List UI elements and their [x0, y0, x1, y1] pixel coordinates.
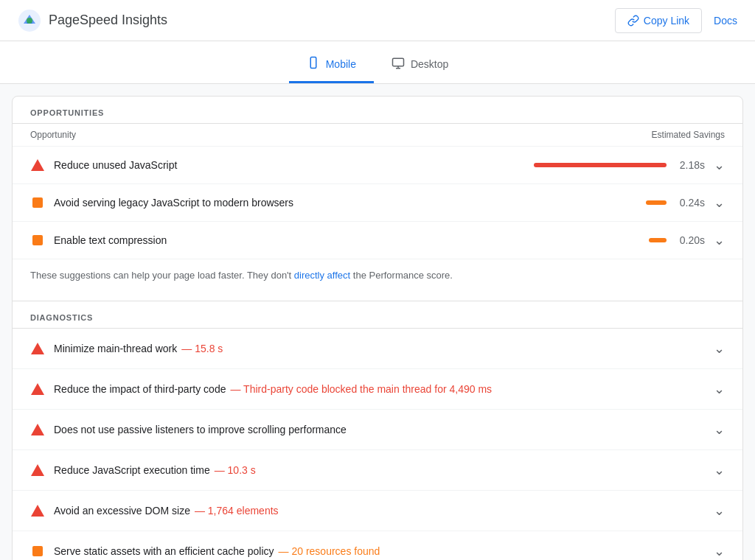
diag-label-2: Reduce the impact of third-party code — … [54, 383, 705, 395]
triangle-icon-d1 [30, 341, 45, 356]
opp-label-2: Avoid serving legacy JavaScript to moder… [54, 197, 475, 209]
header-actions: Copy Link Docs [615, 8, 737, 33]
chevron-icon-d2[interactable]: ⌄ [714, 381, 725, 397]
diag-label-5: Avoid an excessive DOM size — 1,764 elem… [54, 505, 705, 517]
triangle-icon-d3 [30, 422, 45, 437]
link-icon [627, 15, 639, 27]
opportunities-section: OPPORTUNITIES Opportunity Estimated Savi… [13, 97, 742, 295]
column-headers: Opportunity Estimated Savings [13, 124, 742, 147]
pagespeed-logo-icon [18, 9, 41, 32]
diag-detail-1: — 15.8 s [181, 343, 223, 354]
savings-bar-1 [534, 163, 667, 167]
triangle-icon-d5 [30, 503, 45, 518]
bar-area-1: 2.18s [484, 159, 705, 171]
app-title: PageSpeed Insights [49, 13, 167, 28]
tab-mobile-label: Mobile [326, 58, 356, 70]
opp-label-3: Enable text compression [54, 234, 475, 246]
tab-desktop-label: Desktop [411, 58, 448, 70]
svg-point-1 [27, 18, 32, 24]
col-opportunity: Opportunity [30, 130, 76, 140]
diag-row-3: Does not use passive listeners to improv… [13, 410, 742, 450]
chevron-icon-d4[interactable]: ⌄ [714, 462, 725, 478]
docs-link[interactable]: Docs [714, 15, 737, 27]
savings-value-2: 0.24s [675, 197, 705, 209]
square-icon-d6 [30, 544, 45, 559]
savings-bar-2 [646, 200, 667, 205]
tabs-container: Mobile Desktop [0, 41, 755, 84]
diag-detail-2: — Third-party code blocked the main thre… [230, 383, 492, 395]
header: PageSpeed Insights Copy Link Docs [0, 0, 755, 41]
chevron-icon-2[interactable]: ⌄ [714, 195, 725, 211]
diag-row-4: Reduce JavaScript execution time — 10.3 … [13, 450, 742, 491]
desktop-icon [392, 57, 405, 72]
diagnostics-section-header: DIAGNOSTICS [13, 301, 742, 329]
savings-value-1: 2.18s [675, 159, 705, 171]
opp-row-3: Enable text compression 0.20s ⌄ [13, 222, 742, 259]
chevron-icon-d6[interactable]: ⌄ [714, 543, 725, 559]
diag-detail-6: — 20 resources found [279, 545, 380, 557]
triangle-icon-d4 [30, 463, 45, 477]
square-icon-3 [30, 233, 45, 248]
savings-value-3: 0.20s [675, 234, 705, 246]
opportunities-section-header: OPPORTUNITIES [13, 97, 742, 124]
copy-link-button[interactable]: Copy Link [615, 8, 702, 33]
chevron-icon-3[interactable]: ⌄ [714, 232, 725, 248]
svg-rect-4 [392, 58, 403, 66]
col-savings: Estimated Savings [652, 130, 725, 140]
diag-row-6: Serve static assets with an efficient ca… [13, 531, 742, 561]
logo-area: PageSpeed Insights [18, 9, 167, 32]
main-content: OPPORTUNITIES Opportunity Estimated Savi… [12, 96, 743, 560]
diag-label-3: Does not use passive listeners to improv… [54, 424, 705, 435]
mobile-icon [307, 56, 320, 72]
opp-row-1: Reduce unused JavaScript 2.18s ⌄ [13, 147, 742, 184]
chevron-icon-d3[interactable]: ⌄ [714, 421, 725, 438]
chevron-icon-d5[interactable]: ⌄ [714, 503, 725, 519]
diag-row-2: Reduce the impact of third-party code — … [13, 369, 742, 410]
diag-label-6: Serve static assets with an efficient ca… [54, 545, 705, 557]
triangle-icon-1 [30, 158, 45, 172]
diag-label-4: Reduce JavaScript execution time — 10.3 … [54, 464, 705, 476]
chevron-icon-d1[interactable]: ⌄ [714, 340, 725, 357]
suggestion-text: These suggestions can help your page loa… [13, 259, 742, 295]
bar-area-3: 0.20s [484, 234, 705, 246]
diagnostics-section: DIAGNOSTICS Minimize main-thread work — … [13, 301, 742, 561]
bar-area-2: 0.24s [484, 197, 705, 209]
diag-detail-5: — 1,764 elements [195, 505, 279, 517]
diag-row-5: Avoid an excessive DOM size — 1,764 elem… [13, 491, 742, 531]
opp-label-1: Reduce unused JavaScript [54, 159, 475, 171]
opp-row-2: Avoid serving legacy JavaScript to moder… [13, 184, 742, 222]
square-icon-2 [30, 195, 45, 210]
savings-bar-3 [649, 238, 667, 242]
page-wrapper: OPPORTUNITIES Opportunity Estimated Savi… [0, 96, 755, 560]
tab-mobile[interactable]: Mobile [289, 47, 374, 83]
diag-row-1: Minimize main-thread work — 15.8 s ⌄ [13, 329, 742, 369]
suggestion-link[interactable]: directly affect [294, 270, 350, 281]
diag-label-1: Minimize main-thread work — 15.8 s [54, 343, 705, 354]
triangle-icon-d2 [30, 382, 45, 396]
diag-detail-4: — 10.3 s [215, 464, 256, 476]
tab-desktop[interactable]: Desktop [374, 47, 466, 83]
chevron-icon-1[interactable]: ⌄ [714, 157, 725, 173]
